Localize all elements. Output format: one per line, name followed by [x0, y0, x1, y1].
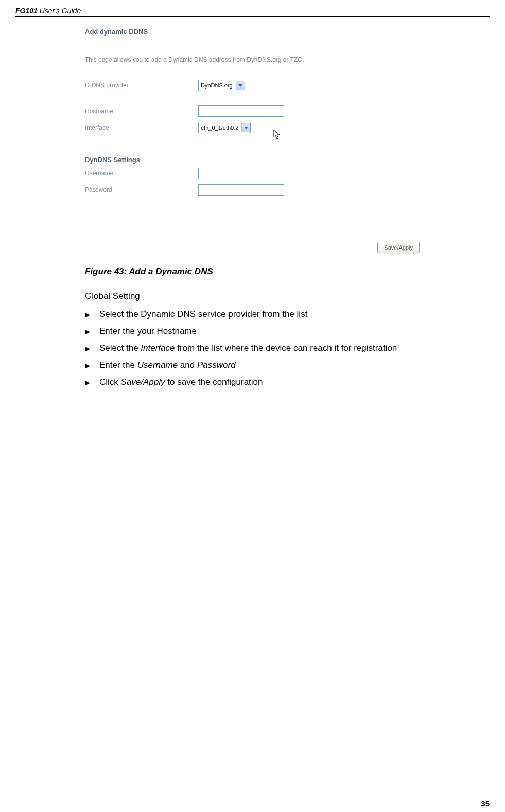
triangle-bullet-icon: ▶	[85, 309, 99, 320]
password-label: Password	[85, 186, 198, 193]
username-input[interactable]	[198, 168, 284, 179]
chevron-down-icon	[241, 123, 250, 132]
list-item: ▶ Enter the Username and Password	[85, 360, 445, 372]
list-item: ▶ Select the Dynamic DNS service provide…	[85, 309, 445, 321]
screenshot-title: Add dynamic DDNS	[85, 28, 445, 36]
page-number: 35	[481, 799, 490, 808]
list-text: Click Save/Apply to save the configurati…	[99, 377, 263, 389]
guide-title-bold: FG101	[15, 7, 38, 15]
interface-select[interactable]: eth_0_1/eth0.2	[198, 122, 251, 133]
triangle-bullet-icon: ▶	[85, 326, 99, 337]
list-item: ▶ Enter the your Hostname	[85, 326, 445, 338]
password-input[interactable]	[198, 184, 284, 196]
provider-select[interactable]: DynDNS.org	[198, 80, 245, 91]
provider-label: D-DNS provider	[85, 82, 198, 89]
triangle-bullet-icon: ▶	[85, 377, 99, 387]
cursor-icon	[273, 129, 479, 143]
screenshot-panel: Add dynamic DDNS This page allows you to…	[85, 28, 445, 253]
list-item: ▶ Click Save/Apply to save the configura…	[85, 377, 445, 389]
provider-value: DynDNS.org	[199, 82, 236, 89]
global-setting-heading: Global Setting	[85, 291, 445, 302]
username-label: Username	[85, 170, 198, 177]
hostname-label: Hostname	[85, 108, 198, 115]
chevron-down-icon	[236, 81, 245, 90]
dyndns-settings-heading: DynDNS Settings	[85, 156, 445, 164]
figure-caption: Figure 43: Add a Dynamic DNS	[85, 267, 445, 277]
save-apply-button[interactable]: Save/Apply	[377, 242, 420, 253]
list-text: Select the Dynamic DNS service provider …	[99, 309, 307, 321]
screenshot-description: This page allows you to add a Dynamic DN…	[85, 56, 445, 63]
interface-value: eth_0_1/eth0.2	[199, 125, 241, 131]
interface-label: Interface	[85, 124, 198, 131]
list-text: Select the Interface from the list where…	[99, 343, 397, 355]
triangle-bullet-icon: ▶	[85, 343, 99, 354]
list-item: ▶ Select the Interface from the list whe…	[85, 343, 445, 355]
list-text: Enter the your Hostname	[99, 326, 197, 338]
guide-title-rest: User's Guide	[38, 7, 81, 15]
page-header: FG101 User's Guide	[15, 6, 490, 17]
list-text: Enter the Username and Password	[99, 360, 236, 372]
instruction-list: ▶ Select the Dynamic DNS service provide…	[85, 309, 445, 389]
triangle-bullet-icon: ▶	[85, 360, 99, 370]
hostname-input[interactable]	[198, 105, 284, 117]
